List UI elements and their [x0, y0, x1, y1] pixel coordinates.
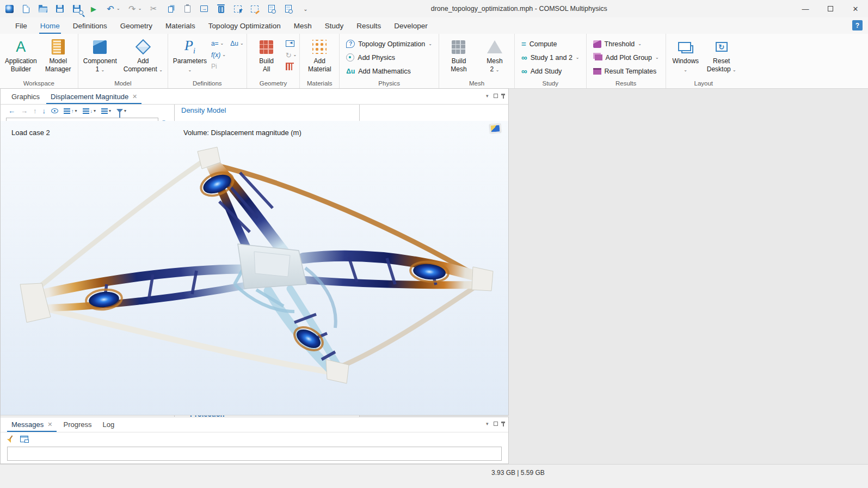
collapse-all-icon[interactable]: ↓▾	[83, 108, 96, 114]
messages-output[interactable]	[7, 447, 502, 461]
tab-progress[interactable]: Progress	[58, 417, 97, 432]
tab-home[interactable]: Home	[34, 17, 66, 34]
threshold-button[interactable]: Threshold⌄	[589, 37, 663, 51]
minimize-button[interactable]: —	[793, 0, 818, 17]
forward-icon[interactable]: →	[21, 107, 28, 115]
filter-icon[interactable]: ▾	[116, 109, 126, 113]
graphics-canvas[interactable]: Load case 2 Volume: Displacement magnitu…	[0, 121, 509, 416]
add-material-button[interactable]: AddMaterial	[303, 35, 336, 74]
result-templates-button[interactable]: Result Templates	[589, 64, 663, 78]
tab-study[interactable]: Study	[318, 17, 350, 34]
topology-model-render	[1, 121, 509, 416]
quick-access-toolbar: ▶ ↶⌄ ↷⌄ ✂ → ⌄	[4, 4, 310, 14]
paste-icon[interactable]	[182, 4, 192, 14]
move-up-icon[interactable]: ↑	[33, 107, 37, 115]
insert-sequence-icon[interactable]	[286, 39, 297, 48]
panel-menu-icon[interactable]: ▾	[486, 93, 489, 99]
ribbon-group-definitions: Pi Parameters⌄ a=⌄ Δu⌄ f(x)⌄ Pi Definiti…	[168, 34, 247, 88]
save-search-icon[interactable]	[72, 4, 82, 14]
toolbar-options-icon[interactable]: ⌄	[300, 4, 310, 14]
maximize-button[interactable]	[818, 0, 843, 17]
tab-materials[interactable]: Materials	[159, 17, 202, 34]
redo-button[interactable]: ↷⌄	[127, 4, 142, 14]
close-tab-icon[interactable]: ✕	[47, 421, 52, 428]
ribbon-group-materials: AddMaterial Materials	[300, 34, 340, 88]
tab-topology-optimization[interactable]: Topology Optimization	[202, 17, 287, 34]
back-icon[interactable]: ←	[8, 107, 15, 115]
clear-messages-icon[interactable]	[7, 435, 15, 443]
application-builder-button[interactable]: A ApplicationBuilder	[3, 35, 39, 74]
model-tree-node-text-icon[interactable]: ▾	[101, 108, 111, 114]
parameters-button[interactable]: Pi Parameters⌄	[171, 35, 209, 74]
pin-panel-icon[interactable]	[503, 422, 504, 426]
save-icon[interactable]	[55, 4, 65, 14]
close-tab-icon[interactable]: ✕	[132, 93, 137, 100]
tab-displacement-magnitude[interactable]: Displacement Magnitude✕	[45, 89, 143, 104]
panel-menu-icon[interactable]: ▾	[486, 421, 489, 426]
result-templates-icon	[593, 68, 601, 75]
tab-developer[interactable]: Developer	[387, 17, 434, 34]
cut-icon[interactable]: ✂	[149, 4, 158, 14]
ribbon-tab-bar: File Home Definitions Geometry Materials…	[0, 17, 868, 34]
build-mesh-button[interactable]: BuildMesh	[442, 35, 476, 74]
topology-optimization-button[interactable]: ? Topology Optimization⌄	[342, 37, 436, 51]
parameters-icon: Pi	[184, 38, 195, 56]
add-study-button[interactable]: ∞ Add Study	[518, 64, 583, 78]
help-button[interactable]: ?	[852, 20, 863, 30]
remove-details-icon[interactable]	[286, 62, 297, 71]
mesh-2-button[interactable]: Mesh2 ⌄	[478, 35, 512, 74]
expand-all-icon[interactable]: ↑▾	[64, 108, 77, 114]
settings-subtitle: Density Model	[175, 105, 359, 120]
add-component-button[interactable]: AddComponent ⌄	[121, 35, 165, 74]
add-physics-button[interactable]: Add Physics	[342, 51, 436, 64]
compute-button[interactable]: = Compute	[518, 37, 583, 51]
ribbon-group-study: = Compute ∞ Study 1 and 2⌄ ∞ Add Study S…	[515, 34, 587, 88]
group-label-study: Study	[518, 80, 583, 88]
add-mathematics-button[interactable]: Δu Add Mathematics	[342, 64, 436, 78]
message-table-icon[interactable]	[20, 436, 28, 442]
show-icon[interactable]	[51, 108, 58, 113]
reset-desktop-button[interactable]: ↻ ResetDesktop ⌄	[705, 35, 738, 74]
windows-button[interactable]: Windows⌄	[669, 35, 703, 74]
tab-results[interactable]: Results	[350, 17, 387, 34]
model-builder-toolbar: ← → ↑ ↓ ↑▾ ↓▾ ▾ ▾	[1, 106, 174, 118]
tab-messages[interactable]: Messages✕	[6, 417, 58, 432]
model-manager-button[interactable]: ModelManager	[41, 35, 75, 74]
search-document-icon[interactable]	[284, 4, 293, 14]
float-panel-icon[interactable]	[494, 422, 498, 426]
application-builder-icon: A	[16, 39, 26, 56]
select-frame-icon[interactable]	[233, 4, 243, 14]
add-plot-group-button[interactable]: Add Plot Group⌄	[589, 51, 663, 64]
tab-mesh[interactable]: Mesh	[287, 17, 318, 34]
group-label-physics: Physics	[342, 80, 436, 88]
functions-button[interactable]: f(x)⌄	[211, 50, 244, 60]
tab-log[interactable]: Log	[97, 417, 120, 432]
build-all-button[interactable]: BuildAll	[250, 35, 284, 74]
undo-button[interactable]: ↶⌄	[106, 4, 120, 14]
delete-icon[interactable]	[216, 4, 226, 14]
open-folder-icon[interactable]	[38, 4, 48, 14]
run-icon[interactable]: ▶	[89, 4, 99, 14]
copy-icon[interactable]	[165, 4, 175, 14]
window-controls: — ✕	[793, 0, 868, 17]
move-down-icon[interactable]: ↓	[42, 107, 46, 115]
float-panel-icon[interactable]	[494, 94, 498, 98]
study-1-and-2-button[interactable]: ∞ Study 1 and 2⌄	[518, 51, 583, 64]
new-file-icon[interactable]	[21, 4, 31, 14]
information-panel-controls: ▾	[486, 421, 504, 426]
close-button[interactable]: ✕	[843, 0, 868, 17]
variables-button[interactable]: a=⌄	[211, 39, 224, 48]
find-document-icon[interactable]	[267, 4, 276, 14]
move-window-icon[interactable]: →	[199, 4, 209, 14]
nonlocal-couplings-button[interactable]: Δu⌄	[230, 39, 243, 48]
reset-desktop-icon: ↻	[716, 42, 728, 52]
tab-geometry[interactable]: Geometry	[114, 17, 159, 34]
clear-frame-icon[interactable]	[250, 4, 260, 14]
tab-graphics[interactable]: Graphics	[6, 89, 45, 104]
plot-thumbnail-icon[interactable]	[489, 124, 501, 133]
update-geometry-icon: ↻⌄	[286, 50, 297, 60]
pin-panel-icon[interactable]	[503, 94, 504, 99]
component-1-button[interactable]: Component1 ⌄	[81, 35, 119, 74]
tab-definitions[interactable]: Definitions	[66, 17, 114, 34]
tab-file[interactable]: File	[9, 17, 34, 34]
